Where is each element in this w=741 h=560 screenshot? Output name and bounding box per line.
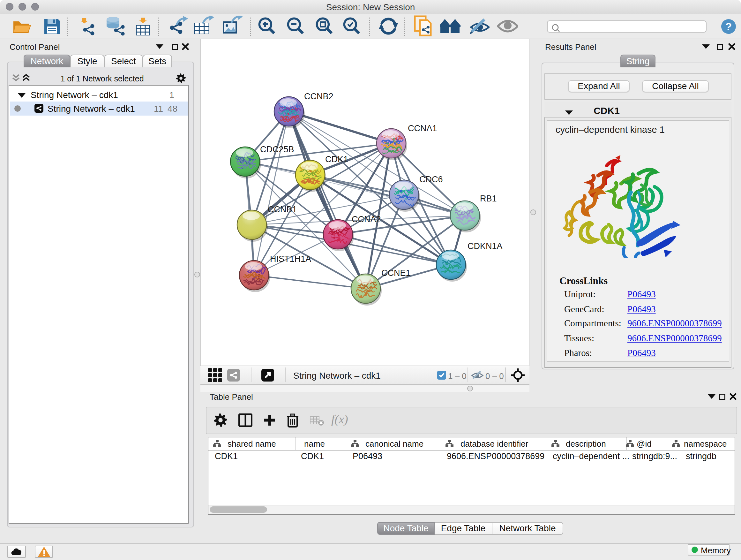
svg-text:CCNB1: CCNB1 <box>268 205 297 214</box>
svg-text:CCNB2: CCNB2 <box>304 91 333 101</box>
svg-text:CDKN1A: CDKN1A <box>468 241 502 251</box>
svg-text:CCNA2: CCNA2 <box>352 214 381 224</box>
svg-text:RB1: RB1 <box>480 194 497 203</box>
svg-text:HIST1H1A: HIST1H1A <box>270 254 311 264</box>
svg-text:CDK1: CDK1 <box>325 154 348 164</box>
svg-text:CCNE1: CCNE1 <box>381 268 411 278</box>
svg-text:CDC25B: CDC25B <box>260 145 294 154</box>
svg-text:CCNA1: CCNA1 <box>408 124 437 133</box>
svg-text:CDC6: CDC6 <box>419 175 443 184</box>
